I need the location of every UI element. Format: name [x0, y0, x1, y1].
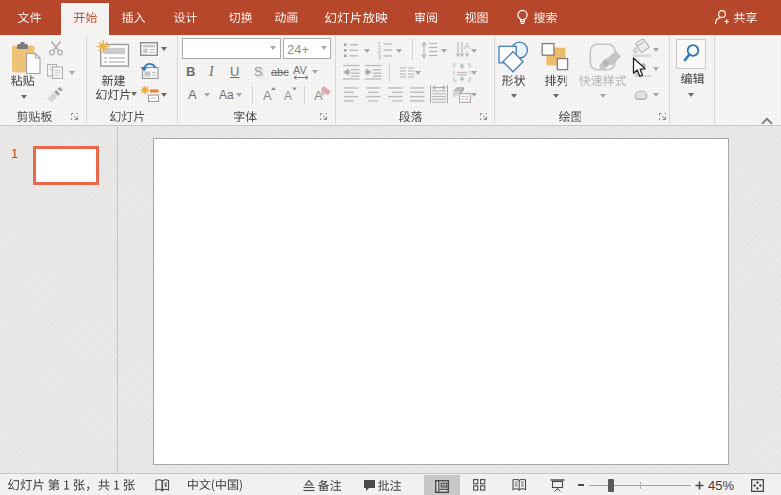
svg-text:A: A	[464, 41, 470, 51]
svg-text:AV: AV	[293, 65, 308, 76]
svg-text:A: A	[263, 88, 272, 101]
svg-text:A: A	[284, 89, 292, 101]
svg-text:3: 3	[378, 53, 382, 60]
